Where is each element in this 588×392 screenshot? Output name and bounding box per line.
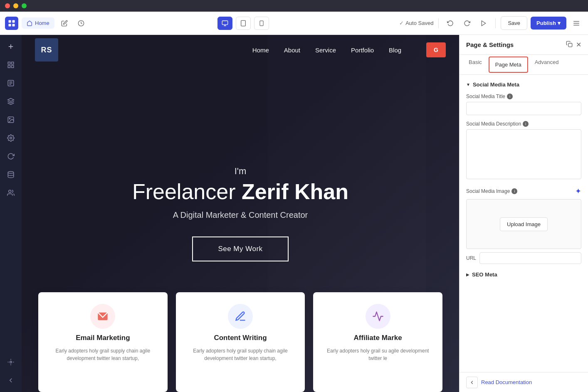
card-affiliate: Affiliate Marke Early adopters holy grai… bbox=[313, 292, 442, 392]
social-title-label: Social Media Title i bbox=[466, 94, 581, 99]
edit-icon[interactable] bbox=[58, 17, 71, 30]
preview-button[interactable] bbox=[477, 17, 490, 30]
seo-section-title: SEO Meta bbox=[472, 271, 497, 278]
svg-rect-0 bbox=[9, 20, 11, 22]
svg-point-32 bbox=[10, 361, 12, 363]
site-nav: RS Home About Service Portfolio Blog G bbox=[22, 35, 459, 65]
svg-rect-19 bbox=[12, 62, 14, 64]
hero-content: I'm Freelancer Zerif Khan A Digital Mark… bbox=[116, 165, 365, 261]
panel-tabs: Basic Page Meta Advanced bbox=[460, 55, 588, 75]
nav-about[interactable]: About bbox=[284, 47, 300, 54]
site-logo: RS bbox=[35, 38, 58, 62]
home-tab[interactable]: Home bbox=[22, 17, 54, 29]
svg-point-28 bbox=[9, 118, 10, 119]
save-button[interactable]: Save bbox=[501, 16, 527, 30]
svg-rect-38 bbox=[568, 43, 572, 47]
svg-point-31 bbox=[9, 190, 11, 192]
sidebar-image-icon[interactable] bbox=[2, 111, 19, 128]
toolbar-center bbox=[91, 17, 396, 30]
svg-rect-18 bbox=[8, 62, 10, 64]
undo-button[interactable] bbox=[444, 17, 457, 30]
panel-close-icon[interactable]: ✕ bbox=[576, 41, 581, 49]
image-settings-icon[interactable]: ✦ bbox=[575, 187, 581, 196]
toolbar-right: ✓ Auto Saved Save Publish ▾ bbox=[399, 16, 583, 30]
sidebar-integration-icon[interactable] bbox=[2, 354, 19, 370]
url-input[interactable] bbox=[479, 252, 581, 264]
card-content-writing: Content Writing Early adopters holy grai… bbox=[176, 292, 305, 392]
svg-point-30 bbox=[8, 172, 14, 174]
social-image-label: Social Media Image i bbox=[466, 188, 517, 194]
url-label: URL bbox=[466, 255, 476, 261]
svg-point-29 bbox=[10, 137, 12, 139]
email-marketing-icon bbox=[90, 304, 115, 329]
panel-header: Page & Settings ✕ bbox=[460, 35, 588, 55]
hero-cta-button[interactable]: See My Work bbox=[192, 237, 288, 261]
section-arrow-icon: ▼ bbox=[466, 82, 470, 87]
social-image-header: Social Media Image i ✦ bbox=[466, 187, 581, 196]
nav-portfolio[interactable]: Portfolio bbox=[351, 47, 374, 54]
canvas-area: RS Home About Service Portfolio Blog G I… bbox=[22, 35, 459, 392]
sidebar-add-icon[interactable] bbox=[2, 38, 19, 55]
menu-button[interactable] bbox=[570, 17, 583, 30]
svg-rect-3 bbox=[12, 24, 15, 26]
card-email-text: Early adopters holy grail supply chain a… bbox=[48, 347, 158, 362]
site-cta[interactable]: G bbox=[426, 42, 446, 57]
sidebar-layers-icon[interactable] bbox=[2, 93, 19, 110]
social-title-input[interactable] bbox=[466, 102, 581, 115]
nav-blog[interactable]: Blog bbox=[389, 47, 401, 54]
history-icon[interactable] bbox=[74, 17, 88, 30]
tab-basic[interactable]: Basic bbox=[463, 55, 488, 74]
redo-button[interactable] bbox=[460, 17, 474, 30]
social-desc-textarea[interactable] bbox=[466, 129, 581, 179]
svg-rect-20 bbox=[8, 66, 10, 68]
app-logo bbox=[5, 17, 18, 30]
sidebar-settings-icon[interactable] bbox=[2, 130, 19, 146]
card-content-title: Content Writing bbox=[214, 334, 267, 342]
tablet-device-button[interactable] bbox=[236, 17, 251, 30]
social-title-info-icon: i bbox=[507, 94, 513, 99]
nav-home[interactable]: Home bbox=[252, 47, 269, 54]
hero-title: Freelancer Zerif Khan bbox=[116, 180, 365, 203]
nav-service[interactable]: Service bbox=[315, 47, 336, 54]
desktop-device-button[interactable] bbox=[217, 17, 232, 30]
content-writing-icon bbox=[228, 304, 253, 329]
minimize-button[interactable] bbox=[13, 3, 18, 8]
sidebar-database-icon[interactable] bbox=[2, 166, 19, 183]
tab-page-meta[interactable]: Page Meta bbox=[489, 57, 528, 73]
titlebar bbox=[0, 0, 588, 12]
svg-rect-8 bbox=[241, 20, 246, 26]
social-desc-label: Social Media Description i bbox=[466, 121, 581, 127]
mobile-device-button[interactable] bbox=[254, 17, 269, 30]
seo-arrow-icon: ▶ bbox=[466, 272, 469, 277]
hero-description: A Digital Marketer & Content Creator bbox=[116, 210, 365, 220]
url-row: URL bbox=[466, 252, 581, 264]
sidebar-back-icon[interactable] bbox=[2, 372, 19, 389]
social-media-section-title: Social Media Meta bbox=[473, 81, 519, 88]
upload-image-button[interactable]: Upload Image bbox=[500, 217, 548, 231]
social-image-info-icon: i bbox=[511, 188, 517, 194]
close-button[interactable] bbox=[5, 3, 10, 8]
maximize-button[interactable] bbox=[22, 3, 27, 8]
read-documentation-link[interactable]: Read Documentation bbox=[481, 379, 532, 385]
footer-back-button[interactable] bbox=[466, 377, 478, 388]
tab-advanced[interactable]: Advanced bbox=[529, 55, 565, 74]
sidebar-people-icon[interactable] bbox=[2, 185, 19, 201]
site-nav-links: Home About Service Portfolio Blog bbox=[252, 47, 401, 54]
seo-section-header[interactable]: ▶ SEO Meta bbox=[466, 270, 581, 279]
affiliate-icon bbox=[366, 304, 390, 329]
sidebar-page-icon[interactable] bbox=[2, 75, 19, 91]
card-affiliate-text: Early adopters holy grail su agile devel… bbox=[323, 347, 432, 362]
card-email-title: Email Marketing bbox=[76, 334, 130, 342]
publish-button[interactable]: Publish ▾ bbox=[531, 17, 566, 30]
sidebar-grid-icon[interactable] bbox=[2, 57, 19, 73]
sidebar-refresh-icon[interactable] bbox=[2, 148, 19, 165]
panel-header-icons: ✕ bbox=[566, 41, 581, 49]
svg-rect-21 bbox=[12, 66, 14, 68]
svg-rect-10 bbox=[260, 21, 263, 26]
panel-copy-icon[interactable] bbox=[566, 41, 573, 49]
social-media-section-header[interactable]: ▼ Social Media Meta bbox=[466, 81, 581, 88]
social-desc-info-icon: i bbox=[523, 121, 529, 127]
cards-section: Email Marketing Early adopters holy grai… bbox=[22, 292, 459, 392]
card-email-marketing: Email Marketing Early adopters holy grai… bbox=[38, 292, 168, 392]
toolbar: Home ✓ Auto Saved bbox=[0, 12, 588, 35]
